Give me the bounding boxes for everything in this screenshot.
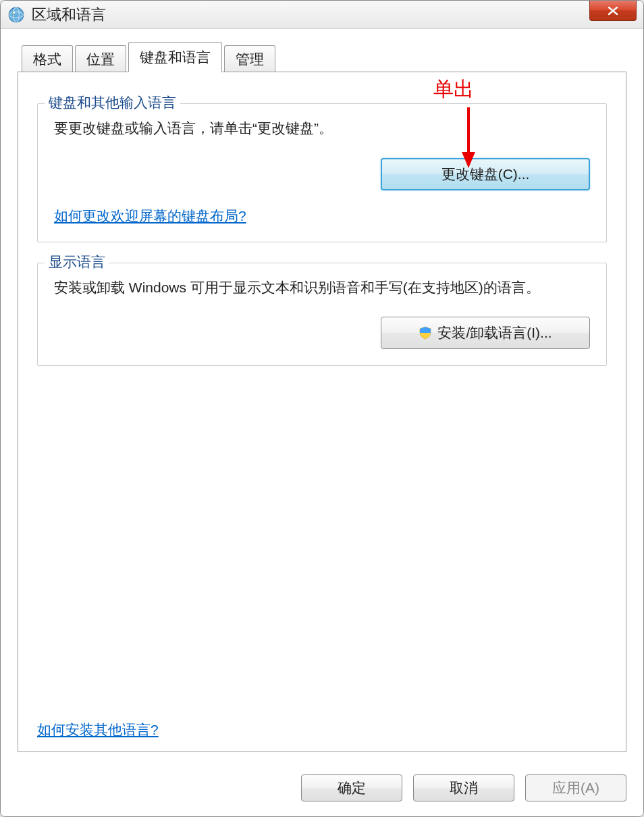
change-keyboard-button[interactable]: 更改键盘(C)...	[381, 158, 590, 190]
dialog-button-bar: 确定 取消 应用(A)	[1, 762, 643, 816]
group-display-language: 显示语言 安装或卸载 Windows 可用于显示文本和识别语音和手写(在支持地区…	[37, 263, 607, 367]
titlebar: 区域和语言	[1, 1, 643, 29]
shield-icon	[419, 326, 432, 340]
keyboard-desc-text: 要更改键盘或输入语言，请单击“更改键盘”。	[54, 117, 590, 139]
display-lang-desc-text: 安装或卸载 Windows 可用于显示文本和识别语音和手写(在支持地区)的语言。	[54, 277, 590, 298]
close-button[interactable]	[589, 1, 637, 21]
tab-keyboard-language[interactable]: 键盘和语言	[128, 42, 222, 72]
region-language-dialog: 区域和语言 格式 位置 键盘和语言 管理 单出 键盘和其他输入语言 要更改键盘或…	[0, 0, 644, 817]
annotation-label: 单出	[433, 76, 474, 103]
globe-icon	[7, 6, 25, 24]
tab-location[interactable]: 位置	[75, 45, 126, 72]
tab-panel: 单出 键盘和其他输入语言 要更改键盘或输入语言，请单击“更改键盘”。 更改键盘(…	[18, 72, 626, 752]
ok-button[interactable]: 确定	[301, 774, 402, 801]
group-keyboard-legend: 键盘和其他输入语言	[45, 93, 180, 112]
svg-marker-5	[462, 152, 475, 168]
close-icon	[607, 6, 619, 16]
apply-button[interactable]: 应用(A)	[525, 774, 626, 801]
group-keyboard-input: 键盘和其他输入语言 要更改键盘或输入语言，请单击“更改键盘”。 更改键盘(C).…	[37, 103, 607, 242]
install-uninstall-label: 安装/卸载语言(I)...	[437, 323, 552, 342]
install-uninstall-language-button[interactable]: 安装/卸载语言(I)...	[381, 317, 590, 349]
tab-admin[interactable]: 管理	[224, 45, 275, 72]
tab-format[interactable]: 格式	[22, 45, 73, 72]
group-display-legend: 显示语言	[45, 253, 109, 271]
cancel-button[interactable]: 取消	[413, 774, 514, 801]
tab-strip: 格式 位置 键盘和语言 管理	[18, 46, 626, 72]
svg-point-0	[9, 7, 24, 22]
how-to-install-languages-link[interactable]: 如何安装其他语言?	[37, 720, 159, 739]
annotation-arrow-icon	[460, 107, 477, 168]
welcome-screen-layout-link[interactable]: 如何更改欢迎屏幕的键盘布局?	[54, 207, 246, 226]
svg-point-3	[13, 11, 15, 14]
window-title: 区域和语言	[32, 5, 106, 25]
content-area: 格式 位置 键盘和语言 管理 单出 键盘和其他输入语言 要更改键盘或输入语言，请…	[1, 29, 643, 762]
